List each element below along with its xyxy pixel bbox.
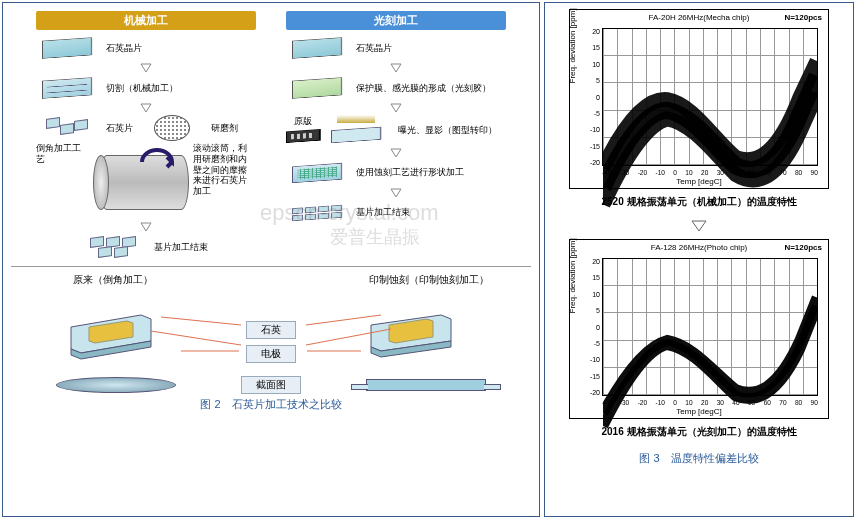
chart1-yticks: 20151050-5-10-15-20 <box>586 28 600 166</box>
abrasive-icon <box>154 115 190 141</box>
photolitho-flow: 光刻加工 石英晶片 保护膜、感光膜的形成（光刻胶） 原版 曝光、显影（图型转印）… <box>286 11 506 262</box>
down-arrow-icon <box>36 222 256 232</box>
chart-mechanical: FA-20H 26MHz(Mecha chip) N=120pcs Freq. … <box>569 9 829 189</box>
mech-title: 机械加工 <box>36 11 256 30</box>
photomask-icon <box>286 129 320 143</box>
chart-photolitho: FA-128 26MHz(Photo chip) N=120pcs Freq. … <box>569 239 829 419</box>
cross-section-label: 截面图 <box>241 376 301 394</box>
exposure-icon <box>331 115 387 145</box>
figure-3-panel: FA-20H 26MHz(Mecha chip) N=120pcs Freq. … <box>544 2 854 517</box>
mech-step5: 基片加工结束 <box>154 242 208 253</box>
chart2-xlabel: Temp [degC] <box>570 407 828 416</box>
cut-wafer-icon <box>42 77 92 98</box>
etched-wafer-icon <box>292 163 342 183</box>
chart2-curves <box>603 259 817 473</box>
figure-2-panel: 机械加工 石英晶片 切割（机械加工） 石英片 研磨剂 倒角加工工艺 滚动滚筒，利… <box>2 2 540 517</box>
comparison-section: 原来（倒角加工） 印制蚀刻（印制蚀刻加工） 石英 电极 <box>11 266 531 359</box>
photo-step3: 曝光、显影（图型转印） <box>398 125 497 136</box>
photo-title: 光刻加工 <box>286 11 506 30</box>
quartz-wafer-icon <box>42 37 92 58</box>
mask-label: 原版 <box>286 116 320 127</box>
quartz-label: 石英 <box>246 321 296 339</box>
down-arrow-icon <box>286 148 506 158</box>
etch-column-title: 印制蚀刻（印制蚀刻加工） <box>344 273 514 287</box>
down-arrow-icon <box>36 103 256 113</box>
bevel-label: 倒角加工工艺 <box>36 143 83 165</box>
mech-step1: 石英晶片 <box>106 43 142 54</box>
mech-step2: 切割（机械加工） <box>106 83 178 94</box>
down-arrow-icon <box>286 188 506 198</box>
photo-step2: 保护膜、感光膜的形成（光刻胶） <box>356 83 491 94</box>
figure-2-caption: 图 2 石英片加工技术之比较 <box>3 397 539 412</box>
diced-chips-icon <box>292 205 342 221</box>
mech-step3a: 石英片 <box>106 123 133 134</box>
chart1-xlabel: Temp [degC] <box>570 177 828 186</box>
down-arrow-icon <box>286 63 506 73</box>
photo-step4: 使用蚀刻工艺进行形状加工 <box>356 167 464 178</box>
down-arrow-icon <box>36 63 256 73</box>
chart1-xticks: -40-30-20-100102030405060708090 <box>602 169 818 176</box>
chart1-curves <box>603 29 817 243</box>
chart2-ylabel: Freq. deviation [ppm] <box>568 238 577 313</box>
electrode-label: 电极 <box>246 345 296 363</box>
bevel-column-title: 原来（倒角加工） <box>28 273 198 287</box>
chart2-n: N=120pcs <box>784 243 822 252</box>
mech-step3b: 研磨剂 <box>211 123 238 134</box>
chart2-xticks: -40-30-20-100102030405060708090 <box>602 399 818 406</box>
photo-step5: 基片加工结束 <box>356 207 410 218</box>
bevel-cross-section-icon <box>56 377 176 393</box>
chart1-n: N=120pcs <box>784 13 822 22</box>
etch-cross-section-icon <box>366 379 486 391</box>
tumbling-drum-icon <box>89 147 188 217</box>
finished-chips-icon <box>90 237 140 257</box>
resist-wafer-icon <box>292 77 342 98</box>
photo-step1: 石英晶片 <box>356 43 392 54</box>
chart1-ylabel: Freq. deviation [ppm] <box>568 8 577 83</box>
bevel-desc: 滚动滚筒，利用研磨剂和内壁之间的摩擦来进行石英片加工 <box>193 143 256 197</box>
chart2-yticks: 20151050-5-10-15-20 <box>586 258 600 396</box>
down-arrow-icon <box>286 103 506 113</box>
quartz-chips-icon <box>42 118 92 138</box>
quartz-wafer-icon <box>292 37 342 58</box>
mechanical-flow: 机械加工 石英晶片 切割（机械加工） 石英片 研磨剂 倒角加工工艺 滚动滚筒，利… <box>36 11 256 262</box>
